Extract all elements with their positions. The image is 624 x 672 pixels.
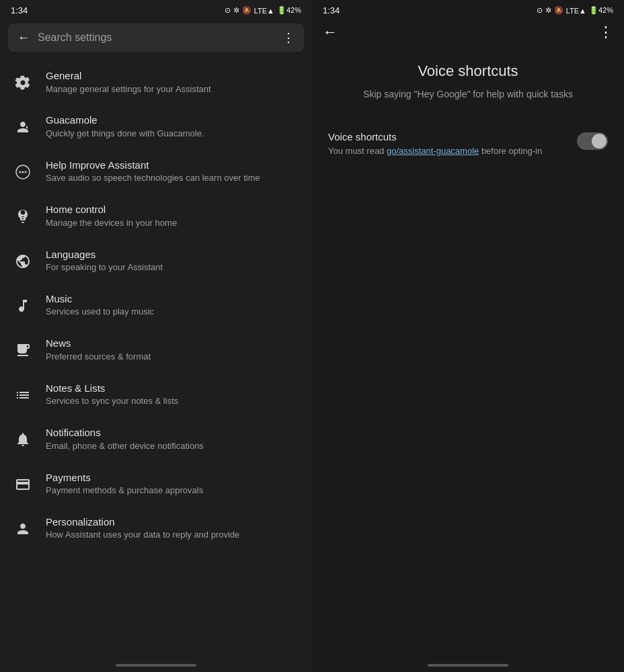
right-home-bar — [428, 664, 508, 667]
payments-title: Payments — [46, 471, 301, 485]
news-subtitle: Preferred sources & format — [46, 351, 301, 363]
notes-lists-title: Notes & Lists — [46, 382, 301, 395]
right-home-indicator — [312, 659, 624, 672]
settings-item-help-improve[interactable]: Help Improve Assistant Save audio so spe… — [0, 149, 312, 194]
home-control-subtitle: Manage the devices in your home — [46, 218, 301, 229]
personalization-title: Personalization — [46, 515, 301, 529]
help-improve-subtitle: Save audio so speech technologies can le… — [46, 173, 301, 184]
search-input[interactable]: Search settings — [38, 32, 274, 44]
help-improve-item-text: Help Improve Assistant Save audio so spe… — [46, 159, 301, 184]
settings-item-music[interactable]: Music Services used to play music — [0, 283, 312, 327]
left-home-indicator — [0, 659, 312, 672]
home-control-title: Home control — [46, 203, 301, 216]
settings-list: General Manage general settings for your… — [0, 60, 312, 659]
voice-shortcuts-text: Voice shortcuts You must read go/assista… — [328, 131, 566, 157]
search-more-button[interactable]: ⋮ — [282, 30, 295, 45]
person-settings-icon — [11, 517, 35, 541]
left-home-bar — [116, 664, 196, 667]
page-description: Skip saying "Hey Google" for help with q… — [328, 88, 608, 101]
dots-circle-icon — [11, 160, 35, 184]
guacamole-link[interactable]: go/assistant-guacamole — [387, 146, 479, 156]
svg-point-3 — [25, 171, 27, 173]
languages-subtitle: For speaking to your Assistant — [46, 262, 301, 274]
globe-icon — [11, 249, 35, 274]
person-wave-icon — [11, 115, 35, 139]
general-title: General — [46, 69, 301, 83]
right-header: ← ⋮ — [312, 18, 624, 46]
right-panel: 1:34 ⊙ ✲ 🔕 LTE▲ 🔋42% ← ⋮ Voice shortcuts… — [312, 0, 624, 672]
right-status-bar: 1:34 ⊙ ✲ 🔕 LTE▲ 🔋42% — [312, 0, 624, 18]
settings-item-notifications[interactable]: Notifications Email, phone & other devic… — [0, 417, 312, 461]
settings-item-guacamole[interactable]: Guacamole Quickly get things done with G… — [0, 104, 312, 149]
left-status-icons: ⊙ ✲ 🔕 LTE▲ 🔋42% — [225, 6, 301, 15]
page-title: Voice shortcuts — [328, 62, 608, 80]
personalization-subtitle: How Assistant uses your data to reply an… — [46, 530, 301, 541]
notes-lists-item-text: Notes & Lists Services to sync your note… — [46, 382, 301, 407]
left-connectivity-icon: ⊙ — [225, 6, 231, 15]
settings-item-personalization[interactable]: Personalization How Assistant uses your … — [0, 506, 312, 550]
bell-icon — [11, 427, 35, 452]
news-item-text: News Preferred sources & format — [46, 337, 301, 362]
notes-lists-subtitle: Services to sync your notes & lists — [46, 396, 301, 407]
music-title: Music — [46, 292, 301, 306]
svg-point-1 — [20, 171, 22, 173]
languages-item-text: Languages For speaking to your Assistant — [46, 248, 301, 274]
left-battery-icon: 🔋42% — [277, 6, 301, 15]
guacamole-subtitle: Quickly get things done with Guacamole. — [46, 128, 301, 140]
home-control-item-text: Home control Manage the devices in your … — [46, 203, 301, 228]
voice-shortcuts-title: Voice shortcuts — [328, 131, 566, 142]
settings-item-notes-lists[interactable]: Notes & Lists Services to sync your note… — [0, 372, 312, 417]
music-note-icon — [11, 294, 35, 318]
right-time: 1:34 — [323, 5, 340, 15]
list-icon — [11, 383, 35, 407]
right-silent-icon: 🔕 — [554, 6, 563, 15]
right-more-button[interactable]: ⋮ — [598, 24, 613, 41]
music-item-text: Music Services used to play music — [46, 292, 301, 318]
guacamole-title: Guacamole — [46, 114, 301, 127]
guacamole-item-text: Guacamole Quickly get things done with G… — [46, 114, 301, 139]
right-bluetooth-icon: ✲ — [545, 6, 551, 15]
right-content: Voice shortcuts Skip saying "Hey Google"… — [312, 46, 624, 659]
right-battery-icon: 🔋42% — [589, 6, 613, 15]
notifications-title: Notifications — [46, 426, 301, 439]
left-time: 1:34 — [11, 5, 28, 15]
news-icon — [11, 338, 35, 362]
right-connectivity-icon: ⊙ — [537, 6, 543, 15]
settings-item-home-control[interactable]: Home control Manage the devices in your … — [0, 194, 312, 238]
left-status-bar: 1:34 ⊙ ✲ 🔕 LTE▲ 🔋42% — [0, 0, 312, 18]
languages-title: Languages — [46, 248, 301, 261]
music-subtitle: Services used to play music — [46, 306, 301, 318]
notifications-subtitle: Email, phone & other device notification… — [46, 441, 301, 452]
left-silent-icon: 🔕 — [242, 6, 251, 15]
card-icon — [11, 472, 35, 497]
voice-shortcuts-row: Voice shortcuts You must read go/assista… — [328, 126, 608, 163]
personalization-item-text: Personalization How Assistant uses your … — [46, 515, 301, 541]
payments-item-text: Payments Payment methods & purchase appr… — [46, 471, 301, 497]
left-panel: 1:34 ⊙ ✲ 🔕 LTE▲ 🔋42% ← Search settings ⋮… — [0, 0, 312, 672]
right-status-icons: ⊙ ✲ 🔕 LTE▲ 🔋42% — [537, 6, 613, 15]
voice-shortcuts-subtitle: You must read go/assistant-guacamole bef… — [328, 145, 566, 157]
settings-item-news[interactable]: News Preferred sources & format — [0, 327, 312, 372]
notifications-item-text: Notifications Email, phone & other devic… — [46, 426, 301, 452]
right-back-button[interactable]: ← — [323, 24, 338, 41]
right-lte-icon: LTE▲ — [566, 7, 586, 15]
settings-item-general[interactable]: General Manage general settings for your… — [0, 60, 312, 104]
lightbulb-icon — [11, 204, 35, 228]
search-bar[interactable]: ← Search settings ⋮ — [8, 24, 304, 52]
left-lte-icon: LTE▲ — [254, 7, 274, 15]
general-subtitle: Manage general settings for your Assista… — [46, 84, 301, 95]
help-improve-title: Help Improve Assistant — [46, 159, 301, 172]
gear-icon — [11, 71, 35, 95]
left-bluetooth-icon: ✲ — [233, 6, 239, 15]
payments-subtitle: Payment methods & purchase approvals — [46, 485, 301, 497]
search-back-button[interactable]: ← — [17, 31, 30, 45]
settings-item-languages[interactable]: Languages For speaking to your Assistant — [0, 239, 312, 283]
settings-item-payments[interactable]: Payments Payment methods & purchase appr… — [0, 462, 312, 506]
voice-shortcuts-toggle[interactable] — [577, 132, 608, 150]
svg-point-2 — [22, 171, 24, 173]
general-item-text: General Manage general settings for your… — [46, 69, 301, 95]
news-title: News — [46, 337, 301, 350]
